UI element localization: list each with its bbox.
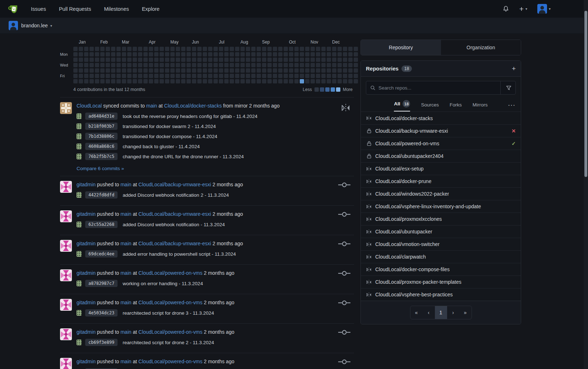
heatmap-cell[interactable] — [203, 68, 207, 73]
heatmap-cell[interactable] — [84, 63, 88, 67]
heatmap-cell[interactable] — [267, 58, 272, 62]
heatmap-cell[interactable] — [327, 58, 331, 62]
heatmap-cell[interactable] — [332, 58, 336, 62]
heatmap-cell[interactable] — [187, 68, 191, 73]
heatmap-cell[interactable] — [181, 52, 185, 56]
repo-list-item[interactable]: CloudLocal/docker-stacks — [361, 112, 521, 124]
repo-link[interactable]: CloudLocal/backup-vmware-esxi — [138, 241, 211, 246]
repo-link[interactable]: CloudLocal/backup-vmware-esxi — [138, 182, 211, 187]
heatmap-cell[interactable] — [343, 58, 347, 62]
heatmap-cell[interactable] — [122, 79, 126, 83]
heatmap-cell[interactable] — [208, 74, 212, 78]
heatmap-cell[interactable] — [165, 47, 169, 51]
repo-list-item[interactable]: CloudLocal/vmotion-switcher — [361, 238, 521, 250]
heatmap-cell[interactable] — [213, 52, 218, 56]
heatmap-cell[interactable] — [116, 58, 121, 62]
heatmap-cell[interactable] — [111, 79, 115, 83]
heatmap-cell[interactable] — [251, 58, 256, 62]
heatmap-cell[interactable] — [84, 68, 88, 73]
heatmap-cell[interactable] — [181, 79, 185, 83]
heatmap-cell[interactable] — [224, 58, 229, 62]
heatmap-cell[interactable] — [284, 58, 288, 62]
heatmap-cell[interactable] — [305, 52, 309, 56]
heatmap-cell[interactable] — [300, 52, 304, 56]
heatmap-cell[interactable] — [224, 47, 229, 51]
heatmap-cell[interactable] — [95, 63, 99, 67]
heatmap-cell[interactable] — [311, 63, 315, 67]
heatmap-cell[interactable] — [251, 63, 256, 67]
heatmap-cell[interactable] — [192, 58, 196, 62]
heatmap-cell[interactable] — [213, 47, 218, 51]
heatmap-cell[interactable] — [240, 47, 245, 51]
heatmap-cell[interactable] — [327, 52, 331, 56]
heatmap-cell[interactable] — [181, 58, 185, 62]
heatmap-cell[interactable] — [160, 74, 164, 78]
heatmap-cell[interactable] — [100, 63, 105, 67]
heatmap-cell[interactable] — [289, 79, 293, 83]
heatmap-cell[interactable] — [122, 58, 126, 62]
heatmap-cell[interactable] — [321, 58, 326, 62]
heatmap-cell[interactable] — [192, 74, 196, 78]
heatmap-cell[interactable] — [284, 52, 288, 56]
heatmap-cell[interactable] — [143, 52, 148, 56]
heatmap-cell[interactable] — [79, 63, 83, 67]
heatmap-cell[interactable] — [165, 74, 169, 78]
heatmap-cell[interactable] — [197, 63, 202, 67]
gitea-logo-icon[interactable] — [8, 3, 19, 15]
heatmap-cell[interactable] — [240, 52, 245, 56]
heatmap-cell[interactable] — [187, 52, 191, 56]
heatmap-cell[interactable] — [348, 58, 353, 62]
heatmap-cell[interactable] — [343, 63, 347, 67]
heatmap-cell[interactable] — [106, 68, 110, 73]
heatmap-cell[interactable] — [348, 79, 353, 83]
commit-hash-badge[interactable]: 4608a868c6 — [85, 143, 118, 150]
heatmap-cell[interactable] — [246, 58, 250, 62]
heatmap-cell[interactable] — [321, 47, 326, 51]
heatmap-cell[interactable] — [294, 52, 299, 56]
heatmap-cell[interactable] — [79, 58, 83, 62]
heatmap-cell[interactable] — [343, 52, 347, 56]
heatmap-cell[interactable] — [343, 68, 347, 73]
heatmap-cell[interactable] — [143, 47, 148, 51]
heatmap-cell[interactable] — [224, 63, 229, 67]
heatmap-cell[interactable] — [106, 52, 110, 56]
heatmap-cell[interactable] — [133, 47, 137, 51]
heatmap-cell[interactable] — [305, 74, 309, 78]
heatmap-cell[interactable] — [73, 74, 78, 78]
heatmap-cell[interactable] — [208, 79, 212, 83]
heatmap-cell[interactable] — [278, 74, 282, 78]
heatmap-cell[interactable] — [116, 63, 121, 67]
heatmap-cell[interactable] — [176, 68, 180, 73]
heatmap-cell[interactable] — [95, 52, 99, 56]
heatmap-cell[interactable] — [181, 68, 185, 73]
commit-hash-badge[interactable]: 62c55a2268 — [85, 221, 118, 228]
heatmap-cell[interactable] — [300, 74, 304, 78]
heatmap-cell[interactable] — [354, 63, 358, 67]
nav-link-issues[interactable]: Issues — [31, 6, 46, 12]
heatmap-cell[interactable] — [154, 74, 159, 78]
heatmap-cell[interactable] — [143, 79, 148, 83]
heatmap-cell[interactable] — [332, 79, 336, 83]
last-page-button[interactable]: » — [459, 306, 472, 319]
heatmap-cell[interactable] — [138, 58, 142, 62]
repo-link[interactable]: CloudLocal/powered-on-vms — [138, 270, 202, 276]
heatmap-cell[interactable] — [343, 74, 347, 78]
nav-link-pull-requests[interactable]: Pull Requests — [59, 6, 91, 12]
heatmap-cell[interactable] — [89, 58, 94, 62]
ellipsis-icon[interactable]: ··· — [508, 102, 516, 108]
heatmap-cell[interactable] — [73, 47, 78, 51]
heatmap-cell[interactable] — [84, 47, 88, 51]
heatmap-cell[interactable] — [337, 74, 342, 78]
repo-list-item[interactable]: CloudLocal/docker-compose-files — [361, 263, 521, 275]
heatmap-cell[interactable] — [89, 63, 94, 67]
heatmap-cell[interactable] — [149, 74, 153, 78]
heatmap-cell[interactable] — [187, 74, 191, 78]
heatmap-cell[interactable] — [138, 79, 142, 83]
heatmap-cell[interactable] — [348, 74, 353, 78]
heatmap-cell[interactable] — [73, 63, 78, 67]
repo-list-item[interactable]: CloudLocal/powered-on-vms✓ — [361, 137, 521, 150]
heatmap-cell[interactable] — [305, 63, 309, 67]
heatmap-cell[interactable] — [289, 74, 293, 78]
tab-repository[interactable]: Repository — [361, 40, 441, 55]
heatmap-cell[interactable] — [316, 79, 320, 83]
